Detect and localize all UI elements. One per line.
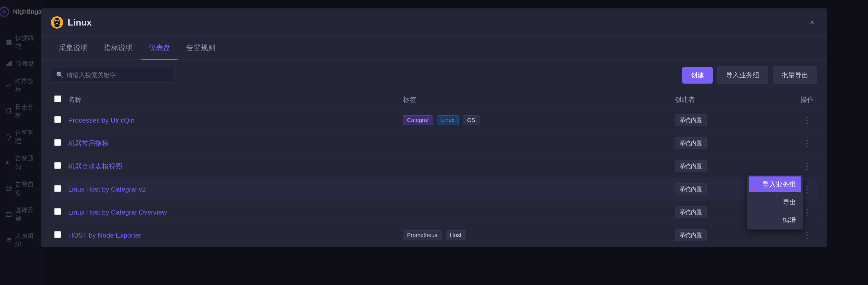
row-tags bbox=[399, 201, 671, 224]
row-creator: 系统内置 bbox=[671, 132, 795, 155]
header-tags: 标签 bbox=[399, 91, 671, 109]
modal-header: Linux × bbox=[45, 8, 827, 37]
header-checkbox[interactable] bbox=[51, 91, 65, 109]
tag[interactable]: OS bbox=[463, 115, 479, 125]
modal-tabs: 采集说明 指标说明 仪表盘 告警规则 bbox=[45, 37, 827, 60]
modal-title: Linux bbox=[68, 17, 803, 28]
import-button[interactable]: 导入业务组 bbox=[717, 67, 768, 84]
search-icon: 🔍 bbox=[56, 72, 64, 79]
actions-menu-trigger[interactable]: ⋮ bbox=[800, 161, 814, 172]
tag[interactable]: Host bbox=[446, 230, 466, 240]
batch-export-button[interactable]: 批量导出 bbox=[773, 67, 817, 84]
row-actions[interactable]: ⋮ bbox=[795, 109, 817, 132]
tab-metrics[interactable]: 指标说明 bbox=[96, 37, 141, 60]
row-checkbox[interactable] bbox=[54, 162, 61, 169]
actions-menu-trigger[interactable]: ⋮ bbox=[800, 230, 814, 241]
linux-icon bbox=[51, 16, 63, 29]
red-arrow: → bbox=[746, 184, 755, 194]
row-checkbox[interactable] bbox=[54, 139, 61, 146]
context-menu-export[interactable]: 导出 bbox=[747, 193, 803, 211]
row-tags: Categraf Linux OS bbox=[399, 109, 671, 132]
row-name[interactable]: Linux Host by Categraf Overview bbox=[65, 201, 399, 224]
tab-dashboard[interactable]: 仪表盘 bbox=[141, 37, 178, 60]
dashboard-table: 名称 标签 创建者 操作 Processes by UlricQin Ca bbox=[51, 91, 817, 247]
modal-toolbar: 🔍 创建 导入业务组 批量导出 bbox=[45, 60, 827, 91]
row-checkbox[interactable] bbox=[54, 116, 61, 123]
tag[interactable]: Categraf bbox=[403, 115, 433, 125]
table-row: 机器台账表格视图 系统内置 ⋮ bbox=[51, 155, 817, 178]
row-name[interactable]: HOST by Node Exporter bbox=[65, 224, 399, 247]
context-menu: 导入业务组 导出 编辑 bbox=[747, 175, 803, 229]
row-name[interactable]: Processes by UlricQin bbox=[65, 109, 399, 132]
row-tags: Prometheus Host bbox=[399, 224, 671, 247]
table-row: 机器常用指标 系统内置 ⋮ bbox=[51, 132, 817, 155]
table-row: Processes by UlricQin Categraf Linux OS … bbox=[51, 109, 817, 132]
header-creator: 创建者 bbox=[671, 91, 795, 109]
tab-alert-rules[interactable]: 告警规则 bbox=[178, 37, 223, 60]
row-name[interactable]: Linux Host by Categraf v2 bbox=[65, 178, 399, 201]
context-menu-import[interactable]: 导入业务组 bbox=[749, 176, 801, 192]
actions-menu-trigger[interactable]: ⋮ bbox=[800, 115, 814, 126]
row-tags bbox=[399, 178, 671, 201]
row-tags bbox=[399, 155, 671, 178]
row-name[interactable]: 机器常用指标 bbox=[65, 132, 399, 155]
select-all-checkbox[interactable] bbox=[54, 95, 61, 102]
tag[interactable]: Linux bbox=[437, 115, 459, 125]
row-creator: 系统内置 bbox=[671, 155, 795, 178]
search-box[interactable]: 🔍 bbox=[51, 68, 175, 82]
svg-point-24 bbox=[56, 21, 56, 21]
table-row: Linux Host by Categraf v2 系统内置 → ⋮ 导入业务组 bbox=[51, 178, 817, 201]
table-container: 名称 标签 创建者 操作 Processes by UlricQin Ca bbox=[45, 91, 827, 247]
row-checkbox[interactable] bbox=[54, 231, 61, 238]
svg-point-21 bbox=[54, 18, 60, 25]
context-menu-edit[interactable]: 编辑 bbox=[747, 211, 803, 229]
tag[interactable]: Prometheus bbox=[403, 230, 442, 240]
main-content: Linux × 采集说明 指标说明 仪表盘 告警规则 🔍 创建 导入业务组 批量… bbox=[45, 0, 868, 285]
row-name[interactable]: 机器台账表格视图 bbox=[65, 155, 399, 178]
create-button[interactable]: 创建 bbox=[682, 67, 713, 83]
row-actions[interactable]: ⋮ bbox=[795, 132, 817, 155]
tab-collect[interactable]: 采集说明 bbox=[51, 37, 96, 60]
header-actions: 操作 bbox=[795, 91, 817, 109]
svg-point-25 bbox=[58, 21, 58, 21]
search-input[interactable] bbox=[67, 72, 169, 79]
modal-backdrop[interactable]: Linux × 采集说明 指标说明 仪表盘 告警规则 🔍 创建 导入业务组 批量… bbox=[45, 0, 868, 285]
close-button[interactable]: × bbox=[807, 17, 817, 28]
row-checkbox[interactable] bbox=[54, 208, 61, 215]
table-header-row: 名称 标签 创建者 操作 bbox=[51, 91, 817, 109]
row-checkbox[interactable] bbox=[54, 185, 61, 192]
row-creator: 系统内置 bbox=[671, 109, 795, 132]
header-name: 名称 bbox=[65, 91, 399, 109]
modal: Linux × 采集说明 指标说明 仪表盘 告警规则 🔍 创建 导入业务组 批量… bbox=[45, 8, 827, 247]
table-row: Linux Host by Categraf Overview 系统内置 ⋮ bbox=[51, 201, 817, 224]
row-actions[interactable]: ⋮ bbox=[795, 155, 817, 178]
row-actions[interactable]: → ⋮ 导入业务组 导出 编辑 bbox=[795, 178, 817, 201]
row-tags bbox=[399, 132, 671, 155]
table-row: HOST by Node Exporter Prometheus Host 系统… bbox=[51, 224, 817, 247]
actions-menu-trigger[interactable]: ⋮ bbox=[800, 138, 814, 149]
